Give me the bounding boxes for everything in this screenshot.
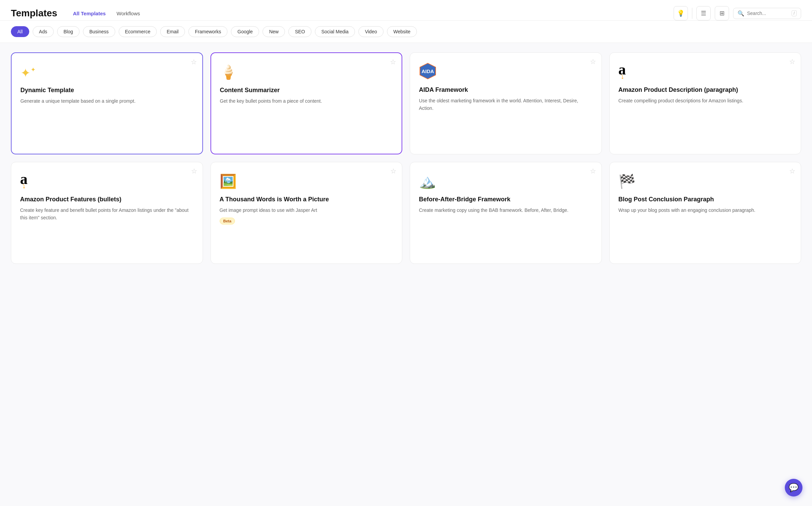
list-view-btn[interactable]: ☰ (696, 6, 711, 20)
filter-frameworks[interactable]: Frameworks (188, 26, 227, 37)
filter-business[interactable]: Business (83, 26, 115, 37)
card-content-summarizer[interactable]: ☆🍦Content SummarizerGet the key bullet p… (210, 52, 403, 154)
filter-ads[interactable]: Ads (33, 26, 54, 37)
card-desc-blog-post-conclusion: Wrap up your blog posts with an engaging… (619, 207, 792, 214)
card-icon-aida-framework: AIDA (419, 62, 593, 80)
card-title-dynamic-template: Dynamic Template (20, 86, 193, 94)
card-thousand-words[interactable]: ☆🖼️A Thousand Words is Worth a PictureGe… (210, 162, 403, 264)
card-desc-amazon-product-features: Create key feature and benefit bullet po… (20, 207, 194, 221)
search-icon: 🔍 (738, 10, 744, 17)
cards-grid: ☆✦✦Dynamic TemplateGenerate a unique tem… (0, 43, 812, 273)
star-button-aida-framework[interactable]: ☆ (590, 58, 596, 65)
filter-ecommerce[interactable]: Ecommerce (119, 26, 157, 37)
svg-text:AIDA: AIDA (422, 68, 434, 74)
chat-button[interactable]: 💬 (785, 479, 802, 496)
star-button-content-summarizer[interactable]: ☆ (390, 58, 396, 65)
star-button-blog-post-conclusion[interactable]: ☆ (789, 168, 795, 174)
star-button-amazon-product-features[interactable]: ☆ (191, 168, 197, 174)
card-desc-aida-framework: Use the oldest marketing framework in th… (419, 97, 593, 112)
card-icon-blog-post-conclusion: 🏁 (619, 172, 792, 189)
card-desc-amazon-product-desc: Create compelling product descriptions f… (619, 97, 792, 105)
card-title-before-after-bridge: Before-After-Bridge Framework (419, 196, 593, 203)
card-desc-content-summarizer: Get the key bullet points from a piece o… (220, 98, 393, 105)
card-icon-dynamic-template: ✦✦ (20, 63, 193, 80)
card-amazon-product-desc[interactable]: ☆ a ⤵ Amazon Product Description (paragr… (609, 52, 801, 154)
card-title-amazon-product-desc: Amazon Product Description (paragraph) (619, 86, 792, 94)
card-blog-post-conclusion[interactable]: ☆🏁Blog Post Conclusion ParagraphWrap up … (609, 162, 801, 264)
filter-google[interactable]: Google (231, 26, 259, 37)
filter-blog[interactable]: Blog (57, 26, 80, 37)
filter-seo[interactable]: SEO (288, 26, 311, 37)
card-icon-content-summarizer: 🍦 (220, 63, 393, 80)
card-desc-before-after-bridge: Create marketing copy using the BAB fram… (419, 207, 593, 214)
nav-tabs: All Templates Workflows (68, 8, 145, 19)
tab-workflows[interactable]: Workflows (112, 8, 145, 19)
search-box: 🔍 / (733, 8, 801, 19)
filter-video[interactable]: Video (358, 26, 384, 37)
card-before-after-bridge[interactable]: ☆🏔️Before-After-Bridge FrameworkCreate m… (410, 162, 602, 264)
card-icon-amazon-product-desc: a ⤵ (619, 62, 792, 80)
lightbulb-icon-btn[interactable]: 💡 (674, 6, 688, 20)
search-kbd-hint: / (792, 10, 797, 16)
beta-badge-thousand-words: Beta (220, 218, 235, 224)
card-title-blog-post-conclusion: Blog Post Conclusion Paragraph (619, 196, 792, 203)
filter-email[interactable]: Email (160, 26, 185, 37)
search-input[interactable] (747, 11, 789, 16)
filter-all[interactable]: All (11, 26, 29, 37)
card-title-amazon-product-features: Amazon Product Features (bullets) (20, 196, 194, 203)
card-icon-before-after-bridge: 🏔️ (419, 172, 593, 189)
star-button-dynamic-template[interactable]: ☆ (191, 58, 197, 65)
card-title-aida-framework: AIDA Framework (419, 86, 593, 94)
card-dynamic-template[interactable]: ☆✦✦Dynamic TemplateGenerate a unique tem… (11, 52, 203, 154)
card-title-content-summarizer: Content Summarizer (220, 86, 393, 94)
filter-new[interactable]: New (263, 26, 285, 37)
page-title: Templates (11, 8, 57, 19)
filter-website[interactable]: Website (387, 26, 417, 37)
card-desc-thousand-words: Get image prompt ideas to use with Jaspe… (220, 207, 393, 214)
card-amazon-product-features[interactable]: ☆ a ⤵ Amazon Product Features (bullets)C… (11, 162, 203, 264)
card-title-thousand-words: A Thousand Words is Worth a Picture (220, 196, 393, 203)
star-button-before-after-bridge[interactable]: ☆ (590, 168, 596, 174)
card-icon-thousand-words: 🖼️ (220, 172, 393, 189)
header: Templates All Templates Workflows 💡 ☰ ⊞ … (0, 0, 812, 21)
filter-bar: AllAdsBlogBusinessEcommerceEmailFramewor… (0, 21, 812, 43)
card-aida-framework[interactable]: ☆ AIDA AIDA FrameworkUse the oldest mark… (410, 52, 602, 154)
divider (692, 8, 692, 19)
star-button-thousand-words[interactable]: ☆ (390, 168, 396, 174)
tab-all-templates[interactable]: All Templates (68, 8, 110, 19)
card-desc-dynamic-template: Generate a unique template based on a si… (20, 98, 193, 105)
card-icon-amazon-product-features: a ⤵ (20, 172, 194, 189)
grid-view-btn[interactable]: ⊞ (715, 6, 729, 20)
star-button-amazon-product-desc[interactable]: ☆ (789, 58, 795, 65)
header-right: 💡 ☰ ⊞ 🔍 / (674, 6, 801, 20)
filter-social-media[interactable]: Social Media (315, 26, 355, 37)
